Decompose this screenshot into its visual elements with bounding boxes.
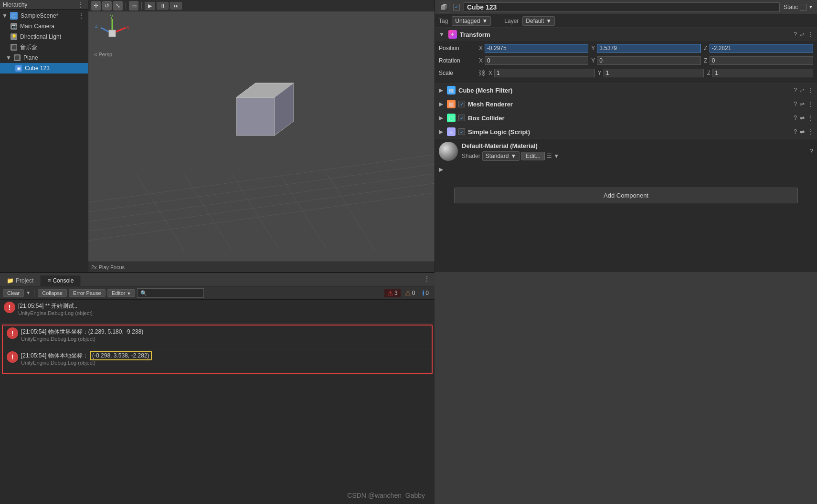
tag-dropdown[interactable]: Untagged ▼ <box>452 16 491 26</box>
svg-text:x: x <box>127 24 129 30</box>
cube-icon: ▣ <box>15 65 22 72</box>
shader-value: Standard <box>486 153 509 159</box>
rotation-x-input[interactable] <box>485 56 588 65</box>
box-collider-header[interactable]: ▶ ▢ ✓ Box Collider ? ⇌ ⋮ <box>435 111 817 125</box>
scene-tool-rotate[interactable]: ↺ <box>102 1 112 10</box>
shader-dropdown[interactable]: Standard ▼ <box>482 151 520 161</box>
box-collider-settings-icon[interactable]: ⇌ <box>800 115 805 121</box>
hierarchy-scene-more[interactable]: ⋮ <box>76 12 86 20</box>
plane-label: Plane <box>23 54 38 61</box>
editor-button[interactable]: Editor ▼ <box>107 289 136 297</box>
rotation-y-label: Y <box>589 57 597 64</box>
add-component-button[interactable]: Add Component <box>454 188 798 203</box>
log-entry-3[interactable]: ! [21:05:54] 物体本地坐标： (-0.298, 3.538, -2.… <box>3 349 432 373</box>
static-chevron[interactable]: ▼ <box>808 4 813 10</box>
tag-value: Untagged <box>455 18 480 24</box>
object-name-field[interactable]: Cube 123 <box>464 2 780 12</box>
hierarchy-item-plane[interactable]: ▼ ⬛ Plane <box>0 52 88 63</box>
position-label: Position <box>439 45 477 52</box>
mesh-renderer-enabled[interactable]: ✓ <box>458 101 465 107</box>
material-list-icon[interactable]: ☰ ▼ <box>547 153 559 159</box>
position-z-label: Z <box>702 45 710 52</box>
transform-more-icon[interactable]: ⋮ <box>807 31 813 38</box>
scale-y-input[interactable] <box>604 69 704 77</box>
hierarchy-more-button[interactable]: ⋮ <box>75 1 85 9</box>
log2-main: [21:05:54] 物体世界坐标：(2.289, 5.180, -9.238) <box>21 327 428 336</box>
object-active-checkbox[interactable]: ✓ <box>453 4 460 10</box>
mesh-renderer-help-icon[interactable]: ? <box>794 101 797 107</box>
material-expand-arrow[interactable]: ▶ <box>439 166 443 173</box>
mesh-renderer-header[interactable]: ▶ ▩ ✓ Mesh Renderer ? ⇌ ⋮ <box>435 97 817 111</box>
box-collider-help-icon[interactable]: ? <box>794 115 797 121</box>
scene-tool-move[interactable]: ✛ <box>91 1 101 10</box>
simple-logic-more-icon[interactable]: ⋮ <box>807 128 813 135</box>
material-help-icon[interactable]: ? <box>810 148 813 155</box>
hierarchy-panel: Hierarchy ⋮ ▼ ⬡ SampleScene* ⋮ 📷 Main Ca… <box>0 0 88 272</box>
mesh-filter-header[interactable]: ▶ ▦ Cube (Mesh Filter) ? ⇌ ⋮ <box>435 84 817 97</box>
mesh-filter-icons: ? ⇌ ⋮ <box>794 87 813 94</box>
transform-settings-icon[interactable]: ⇌ <box>800 31 805 38</box>
pause-button[interactable]: ⏸ <box>157 2 169 10</box>
bottom-more-btn[interactable]: ⋮ <box>422 275 432 283</box>
scale-link-icon[interactable]: ⛓ <box>477 69 487 77</box>
svg-rect-21 <box>441 6 445 10</box>
mesh-filter-help-icon[interactable]: ? <box>794 87 797 94</box>
hierarchy-item-samplescene[interactable]: ▼ ⬡ SampleScene* ⋮ <box>0 10 88 21</box>
clear-chevron[interactable]: ▼ <box>26 290 31 295</box>
material-edit-button[interactable]: Edit... <box>521 152 545 160</box>
tab-project[interactable]: 📁 Project <box>0 275 41 286</box>
position-y-field: Y <box>589 44 700 52</box>
scale-xyz: X Y Z <box>487 69 813 77</box>
tab-console[interactable]: ≡ Console <box>41 275 81 286</box>
mesh-renderer-more-icon[interactable]: ⋮ <box>807 101 813 107</box>
position-x-input[interactable] <box>485 44 588 52</box>
console-search-input[interactable] <box>137 288 204 298</box>
hierarchy-item-cube-123[interactable]: ▣ Cube 123 <box>0 63 88 74</box>
position-z-input[interactable] <box>710 44 813 52</box>
log1-icon: ! <box>4 302 15 313</box>
position-y-input[interactable] <box>597 44 700 52</box>
scale-y-label: Y <box>596 70 604 76</box>
log-entry-1[interactable]: ! [21:05:54] ** 开始测试.. UnityEngine.Debug… <box>0 300 435 324</box>
clear-button[interactable]: Clear <box>3 289 24 297</box>
simple-logic-enabled[interactable]: ✓ <box>458 128 465 135</box>
mesh-filter-more-icon[interactable]: ⋮ <box>807 87 813 94</box>
shader-chevron: ▼ <box>510 153 516 159</box>
rotation-row: Rotation X Y Z <box>439 55 813 66</box>
log3-message-prefix: 物体本地坐标： <box>48 352 88 359</box>
scale-z-input[interactable] <box>712 69 813 77</box>
svg-text:y: y <box>110 14 113 19</box>
box-collider-more-icon[interactable]: ⋮ <box>807 115 813 121</box>
scene-tool-scale[interactable]: ⤡ <box>113 1 123 10</box>
mesh-renderer-settings-icon[interactable]: ⇌ <box>800 101 805 107</box>
layer-chevron: ▼ <box>546 18 552 24</box>
simple-logic-settings-icon[interactable]: ⇌ <box>800 128 805 135</box>
transform-help-icon[interactable]: ? <box>794 31 797 38</box>
hierarchy-item-music-box[interactable]: ⬛ 音乐盒 <box>0 42 88 52</box>
scale-x-input[interactable] <box>494 69 595 77</box>
toolbar-sep1 <box>126 2 126 10</box>
rotation-z-input[interactable] <box>710 56 813 65</box>
step-button[interactable]: ⏭ <box>170 2 182 10</box>
layer-dropdown[interactable]: Default ▼ <box>522 16 555 26</box>
simple-logic-header[interactable]: ▶ # ✓ Simple Logic (Script) ? ⇌ ⋮ <box>435 125 817 138</box>
play-button[interactable]: ▶ <box>145 2 155 10</box>
log-entry-2[interactable]: ! [21:05:54] 物体世界坐标：(2.289, 5.180, -9.23… <box>3 326 432 349</box>
scene-tool-rect[interactable]: ▭ <box>129 1 138 10</box>
hierarchy-item-directional-light[interactable]: 💡 Directional Light <box>0 32 88 42</box>
simple-logic-help-icon[interactable]: ? <box>794 128 797 135</box>
mesh-filter-settings-icon[interactable]: ⇌ <box>800 87 805 94</box>
scale-row: Scale ⛓ X Y Z <box>439 68 813 78</box>
transform-header[interactable]: ▼ ✦ Transform ? ⇌ ⋮ <box>435 28 817 41</box>
box-collider-section: ▶ ▢ ✓ Box Collider ? ⇌ ⋮ <box>435 111 817 125</box>
plane-expand-arrow: ▼ <box>6 54 11 61</box>
error-pause-button[interactable]: Error Pause <box>69 289 106 297</box>
log2-time: [21:05:54] <box>21 328 46 335</box>
rotation-xyz: X Y Z <box>477 56 813 65</box>
static-checkbox[interactable] <box>800 4 806 10</box>
rotation-y-input[interactable] <box>597 56 700 65</box>
box-collider-enabled[interactable]: ✓ <box>458 115 465 121</box>
collapse-button[interactable]: Collapse <box>38 289 67 297</box>
hierarchy-item-main-camera[interactable]: 📷 Main Camera <box>0 21 88 32</box>
object-preview-icon <box>439 2 449 12</box>
